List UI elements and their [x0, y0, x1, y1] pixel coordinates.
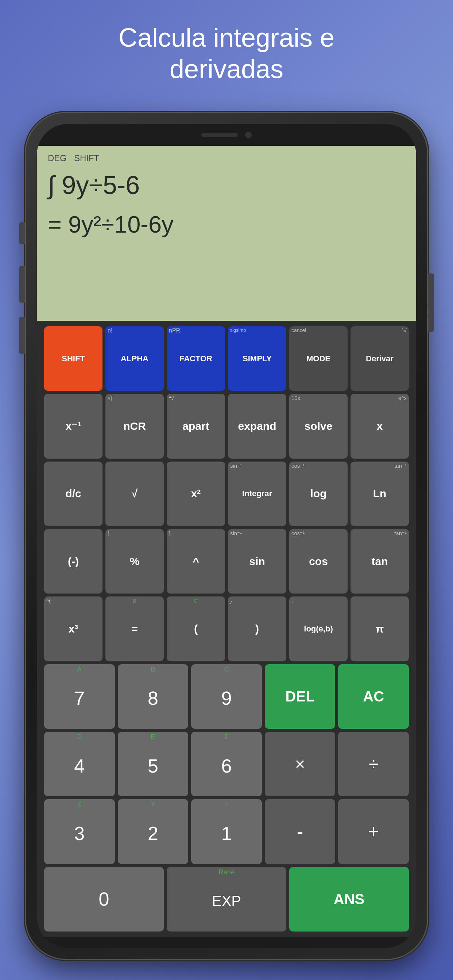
keypad: SHIFT n! ALPHA nPR FACTOR trigsimp SIMPL… — [37, 321, 416, 937]
screen-bezel: DEG SHIFT ∫ 9y÷5-6 = 9y²÷10-6y SHIFT n! … — [37, 124, 416, 948]
close-paren-button[interactable]: } ) — [228, 597, 286, 661]
key-8[interactable]: B 8 — [118, 664, 188, 729]
screen-indicators: DEG SHIFT — [48, 153, 405, 163]
sin-button[interactable]: sin⁻¹ sin — [228, 529, 286, 593]
multiply-button[interactable]: × — [265, 732, 335, 796]
integral-button[interactable]: sin⁻¹ Integrar — [228, 461, 286, 526]
pi-button[interactable]: π — [351, 597, 409, 661]
speaker — [201, 133, 238, 137]
key-4[interactable]: D 4 — [44, 732, 115, 796]
key-row-9: 0 Ran# EXP ANS — [44, 867, 409, 932]
percent-button[interactable]: [ % — [105, 529, 164, 593]
plus-button[interactable]: + — [338, 799, 409, 864]
dc-button[interactable]: d/c — [44, 461, 102, 526]
side-button-power — [428, 274, 434, 332]
open-paren-button[interactable]: C ( — [167, 597, 225, 661]
mode-button[interactable]: cancel MODE — [289, 326, 348, 391]
del-button[interactable]: DEL — [265, 664, 335, 729]
shift-indicator: SHIFT — [74, 153, 99, 163]
key-5[interactable]: E 5 — [118, 732, 188, 796]
divide-button[interactable]: ÷ — [338, 732, 409, 796]
equals-button[interactable]: B = — [105, 597, 164, 661]
key-9[interactable]: C 9 — [191, 664, 262, 729]
key-6[interactable]: F 6 — [191, 732, 262, 796]
ans-button[interactable]: ANS — [289, 867, 409, 932]
phone-shell: DEG SHIFT ∫ 9y÷5-6 = 9y²÷10-6y SHIFT n! … — [26, 113, 427, 959]
expand-button[interactable]: expand — [228, 394, 286, 458]
key-row-5: ^( x³ B = C ( } ) — [44, 597, 409, 661]
key-3[interactable]: Z 3 — [44, 799, 115, 864]
notch — [175, 124, 278, 146]
key-2[interactable]: Y 2 — [118, 799, 188, 864]
x-button[interactable]: e^x x — [351, 394, 409, 458]
side-button-mute — [19, 223, 25, 244]
calculator-display: DEG SHIFT ∫ 9y÷5-6 = 9y²÷10-6y — [37, 146, 416, 321]
page-title: Calcula integrais e derivadas — [0, 0, 453, 100]
shift-button[interactable]: SHIFT — [44, 326, 102, 391]
key-1[interactable]: H 1 — [191, 799, 262, 864]
sqrt-button[interactable]: √ — [105, 461, 164, 526]
cos-button[interactable]: cos⁻¹ cos — [289, 529, 348, 593]
log-button[interactable]: cos⁻¹ log — [289, 461, 348, 526]
logeb-button[interactable]: : log(e,b) — [289, 597, 348, 661]
deg-indicator: DEG — [48, 153, 67, 163]
side-button-vol-down — [19, 317, 25, 354]
tan-button[interactable]: tan⁻¹ tan — [351, 529, 409, 593]
formula-display: ∫ 9y÷5-6 — [48, 170, 405, 200]
power-button[interactable]: ] ^ — [167, 529, 225, 593]
key-row-1: SHIFT n! ALPHA nPR FACTOR trigsimp SIMPL… — [44, 326, 409, 391]
solve-button[interactable]: 10x solve — [289, 394, 348, 458]
key-row-4: (-) [ % ] ^ sin⁻¹ sin cos⁻¹ — [44, 529, 409, 593]
key-7[interactable]: A 7 — [44, 664, 115, 729]
ac-button[interactable]: AC — [338, 664, 409, 729]
ln-button[interactable]: tan⁻¹ Ln — [351, 461, 409, 526]
apart-button[interactable]: ⁴√ apart — [167, 394, 225, 458]
derivar-button[interactable]: ³√ Derivar — [351, 326, 409, 391]
factor-button[interactable]: nPR FACTOR — [167, 326, 225, 391]
x-squared-button[interactable]: x² — [167, 461, 225, 526]
key-row-2: x⁻¹ √( nCR ⁴√ apart expand 10x — [44, 394, 409, 458]
front-camera — [245, 132, 252, 138]
minus-button[interactable]: - — [265, 799, 335, 864]
exp-button[interactable]: Ran# EXP — [167, 867, 286, 932]
x-inverse-button[interactable]: x⁻¹ — [44, 394, 102, 458]
side-button-vol-up — [19, 266, 25, 302]
simply-button[interactable]: trigsimp SIMPLY — [228, 326, 286, 391]
alpha-button[interactable]: n! ALPHA — [105, 326, 164, 391]
key-row-7: D 4 E 5 F 6 × ÷ — [44, 732, 409, 796]
x-cubed-button[interactable]: ^( x³ — [44, 597, 102, 661]
page-header: Calcula integrais e derivadas — [0, 0, 453, 100]
key-row-3: d/c √ x² sin⁻¹ Integrar cos⁻¹ log — [44, 461, 409, 526]
phone-mockup: DEG SHIFT ∫ 9y÷5-6 = 9y²÷10-6y SHIFT n! … — [26, 113, 427, 959]
key-0[interactable]: 0 — [44, 867, 164, 932]
key-row-6: A 7 B 8 C 9 DEL AC — [44, 664, 409, 729]
ncr-button[interactable]: √( nCR — [105, 394, 164, 458]
key-row-8: Z 3 Y 2 H 1 - + — [44, 799, 409, 864]
negative-button[interactable]: (-) — [44, 529, 102, 593]
result-display: = 9y²÷10-6y — [48, 211, 405, 238]
